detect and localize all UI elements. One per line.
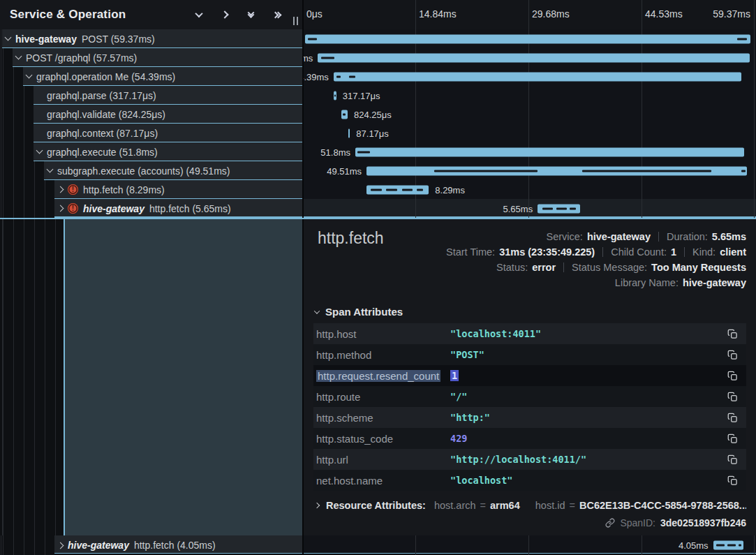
span-tree-cell[interactable]: graphql.parse (317.17μs) xyxy=(34,86,302,105)
timeline-tick: 0μs xyxy=(306,8,323,20)
attribute-key: http.scheme xyxy=(316,412,450,424)
copy-icon[interactable] xyxy=(724,434,738,444)
copy-icon[interactable] xyxy=(724,329,738,339)
span-label: http.fetch (5.65ms) xyxy=(149,203,231,214)
meta-value: 5.65ms xyxy=(712,231,746,242)
chevron-right-icon xyxy=(315,503,320,508)
span-tree-cell[interactable]: graphql.context (87.17μs) xyxy=(34,124,302,142)
span-row[interactable]: graphql.validate (824.25μs)824.25μs xyxy=(0,105,756,124)
expander-icon[interactable] xyxy=(5,34,12,41)
expand-one-icon[interactable] xyxy=(219,9,230,20)
span-row[interactable]: hive-gatewayPOST (59.37ms) xyxy=(0,29,756,48)
span-row[interactable]: subgraph.execute (accounts) (49.51ms)49.… xyxy=(0,161,756,180)
child-span-dash xyxy=(334,94,336,96)
copy-icon[interactable] xyxy=(724,475,738,486)
span-bar[interactable] xyxy=(334,72,742,81)
child-span-dash xyxy=(343,113,346,115)
indent-guides xyxy=(0,67,23,86)
grid-line xyxy=(754,29,755,218)
span-timeline-cell: 4.05ms xyxy=(304,535,756,555)
span-row[interactable]: graphql.context (87.17μs)87.17μs xyxy=(0,124,756,142)
child-span-dash xyxy=(741,170,745,172)
span-tree-cell[interactable]: graphql.execute (51.8ms) xyxy=(34,142,302,161)
span-timeline-cell: 5.65ms xyxy=(304,199,756,218)
copy-icon[interactable] xyxy=(724,413,738,423)
span-tree-cell[interactable]: hive-gatewayPOST (59.37ms) xyxy=(2,29,302,48)
attribute-key: http.host xyxy=(316,328,450,340)
span-row[interactable]: !hive-gatewayhttp.fetch (5.65ms)5.65ms xyxy=(0,199,756,218)
duration-label: 57.57ms xyxy=(304,52,313,63)
span-detail-panel: http.fetch Service:hive-gatewayDuration:… xyxy=(304,219,756,535)
expander-icon[interactable] xyxy=(36,147,43,154)
expander-icon[interactable] xyxy=(57,542,64,549)
indent-guides xyxy=(0,124,34,142)
detail-left-rail xyxy=(0,219,302,535)
expander-icon[interactable] xyxy=(15,53,22,60)
span-label: graphql.validate (824.25μs) xyxy=(47,109,165,120)
indent-guides xyxy=(0,48,13,67)
span-bar[interactable] xyxy=(305,34,750,43)
span-label: graphql.execute (51.8ms) xyxy=(47,147,158,158)
copy-icon[interactable] xyxy=(724,371,738,381)
span-row[interactable]: graphql.execute (51.8ms)51.8ms xyxy=(0,142,756,161)
collapse-all-icon[interactable] xyxy=(193,9,205,20)
span-label: http.fetch (4.05ms) xyxy=(134,540,216,551)
tree-header-title: Service & Operation xyxy=(10,8,193,22)
resource-attributes-row[interactable]: Resource Attributes: host.arch=arm64host… xyxy=(315,500,746,511)
span-timeline-cell: 54.39ms xyxy=(304,67,756,86)
panel-resize-handle[interactable] xyxy=(293,17,298,25)
attribute-row: http.method"POST" xyxy=(313,344,746,365)
span-row[interactable]: graphql.parse (317.17μs)317.17μs xyxy=(0,86,756,105)
attribute-key: http.method xyxy=(316,349,450,361)
span-bar[interactable] xyxy=(318,53,749,62)
span-bar[interactable] xyxy=(355,147,744,156)
timeline-tick: 14.84ms xyxy=(419,8,457,20)
span-attributes-header[interactable]: Span Attributes xyxy=(315,306,746,318)
copy-icon[interactable] xyxy=(724,350,738,360)
resource-key: host.id xyxy=(535,500,565,511)
span-row[interactable]: graphql.operation Me (54.39ms)54.39ms xyxy=(0,67,756,86)
expander-icon[interactable] xyxy=(26,72,33,79)
attribute-row: net.host.name"localhost" xyxy=(313,470,746,491)
span-tree-cell[interactable]: POST /graphql (57.57ms) xyxy=(13,48,302,67)
attribute-value: "http://localhost:4011/" xyxy=(450,454,724,465)
meta-value: 31ms (23:35:49.225) xyxy=(499,246,595,258)
grid-line xyxy=(754,0,755,29)
copy-icon[interactable] xyxy=(724,454,738,465)
span-bar[interactable] xyxy=(348,128,350,138)
span-row[interactable]: !http.fetch (8.29ms)8.29ms xyxy=(0,180,756,199)
attribute-row: http.scheme"http:" xyxy=(313,407,746,428)
timeline-tick: 29.68ms xyxy=(532,8,570,20)
meta-line: Service:hive-gatewayDuration:5.65ms xyxy=(547,229,747,244)
attribute-row: http.route"/" xyxy=(313,386,746,407)
tree-header: Service & Operation xyxy=(0,0,302,29)
expander-icon[interactable] xyxy=(57,186,64,193)
span-label: subgraph.execute (accounts) (49.51ms) xyxy=(57,165,230,177)
duration-label: 51.8ms xyxy=(320,147,350,157)
span-tree-cell[interactable]: !http.fetch (8.29ms) xyxy=(54,180,302,199)
duration-label: 8.29ms xyxy=(435,184,465,195)
expander-icon[interactable] xyxy=(57,205,64,212)
attribute-value: "localhost:4011" xyxy=(450,328,724,339)
timeline-header: 0μs14.84ms29.68ms44.53ms59.37ms xyxy=(304,0,756,29)
duration-label: 317.17μs xyxy=(343,90,380,101)
span-label: POST (59.37ms) xyxy=(82,34,155,45)
expand-children-icon[interactable] xyxy=(245,9,256,20)
span-tree-cell[interactable]: graphql.operation Me (54.39ms) xyxy=(23,67,302,86)
attribute-key: http.url xyxy=(316,454,450,466)
span-row[interactable]: POST /graphql (57.57ms)57.57ms xyxy=(0,48,756,67)
meta-label: Start Time: xyxy=(446,246,495,258)
expand-all-icon[interactable] xyxy=(271,9,282,20)
attribute-row: http.request.resend_count1 xyxy=(313,365,746,386)
link-icon[interactable] xyxy=(605,518,615,528)
meta-label: Child Count: xyxy=(611,246,667,258)
span-tree-cell[interactable]: hive-gatewayhttp.fetch (4.05ms) xyxy=(54,535,302,555)
span-detail-band: http.fetch Service:hive-gatewayDuration:… xyxy=(0,218,756,535)
copy-icon[interactable] xyxy=(724,392,738,402)
span-tree-cell[interactable]: !hive-gatewayhttp.fetch (5.65ms) xyxy=(54,199,302,218)
span-timeline-cell: 87.17μs xyxy=(304,124,756,142)
span-tree-cell[interactable]: graphql.validate (824.25μs) xyxy=(34,105,302,124)
expander-icon[interactable] xyxy=(47,166,54,173)
span-tree-cell[interactable]: subgraph.execute (accounts) (49.51ms) xyxy=(44,161,302,180)
child-span-dash xyxy=(308,38,317,40)
